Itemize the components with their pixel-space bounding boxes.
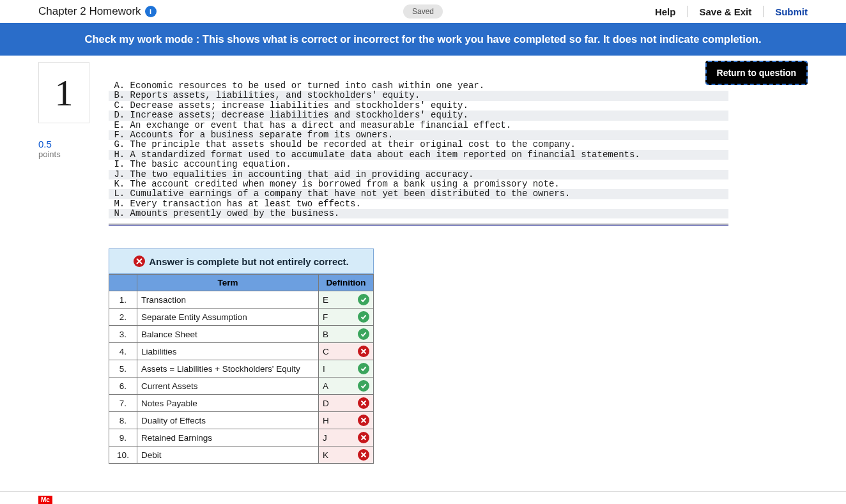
info-icon[interactable]: i xyxy=(145,6,157,17)
definition-row: A. Economic resources to be used or turn… xyxy=(109,81,728,91)
row-number: 2. xyxy=(109,309,137,326)
definition-letter: B xyxy=(323,330,328,339)
definition-row: K. The account credited when money is bo… xyxy=(109,179,728,189)
table-row: 4.LiabilitiesC xyxy=(109,343,374,360)
term-cell: Assets = Liabilities + Stockholders' Equ… xyxy=(137,360,319,378)
saved-badge: Saved xyxy=(403,4,443,19)
row-number: 4. xyxy=(109,343,137,360)
table-row: 6.Current AssetsA xyxy=(109,378,374,395)
row-number: 7. xyxy=(109,395,137,412)
cross-icon xyxy=(134,256,145,267)
check-icon xyxy=(358,328,369,340)
term-cell: Notes Payable xyxy=(137,395,319,412)
table-row: 2.Separate Entity AssumptionF xyxy=(109,309,374,326)
definition-cell[interactable]: C xyxy=(319,343,374,360)
points-label: points xyxy=(38,149,96,159)
definition-letter: K xyxy=(323,450,328,460)
row-number: 3. xyxy=(109,326,137,343)
definition-row: G. The principle that assets should be r… xyxy=(109,140,728,149)
definition-row: N. Amounts presently owed by the busines… xyxy=(109,209,728,218)
definition-cell[interactable]: A xyxy=(319,378,374,395)
table-row: 9.Retained EarningsJ xyxy=(109,429,374,447)
cross-icon xyxy=(358,346,369,357)
col-definition: Definition xyxy=(319,275,374,291)
answer-panel: Answer is complete but not entirely corr… xyxy=(109,248,374,464)
table-row: 3.Balance SheetB xyxy=(109,326,374,343)
header-bar: Chapter 2 Homework i Saved Help Save & E… xyxy=(0,0,846,23)
answer-table: Term Definition 1.TransactionE2.Separate… xyxy=(109,274,374,464)
definition-cell[interactable]: E xyxy=(319,291,374,309)
definition-letter: H xyxy=(323,416,329,425)
term-cell: Current Assets xyxy=(137,378,319,395)
table-row: 10.DebitK xyxy=(109,447,374,464)
submit-link[interactable]: Submit xyxy=(775,6,808,17)
definition-row: I. The basic accounting equation. xyxy=(109,160,728,169)
definition-letter: D xyxy=(323,399,329,408)
definition-cell[interactable]: J xyxy=(319,429,374,447)
cross-icon xyxy=(358,449,369,461)
definition-letter: I xyxy=(323,364,325,374)
term-cell: Duality of Effects xyxy=(137,412,319,429)
term-cell: Transaction xyxy=(137,291,319,309)
definition-row: D. Increase assets; decrease liabilities… xyxy=(109,111,728,120)
cross-icon xyxy=(358,415,369,426)
definition-letter: J xyxy=(323,433,327,443)
definition-cell[interactable]: I xyxy=(319,360,374,378)
definition-cell[interactable]: D xyxy=(319,395,374,412)
term-cell: Debit xyxy=(137,447,319,464)
term-cell: Balance Sheet xyxy=(137,326,319,343)
definition-list: A. Economic resources to be used or turn… xyxy=(109,81,728,218)
definition-row: J. The two equalities in accounting that… xyxy=(109,170,728,179)
definition-row: L. Cumulative earnings of a company that… xyxy=(109,189,728,199)
table-row: 1.TransactionE xyxy=(109,291,374,309)
col-blank xyxy=(109,275,137,291)
question-number-box: 1 xyxy=(38,62,89,123)
check-icon xyxy=(358,380,369,392)
check-icon xyxy=(358,311,369,323)
term-cell: Liabilities xyxy=(137,343,319,360)
definition-letter: A xyxy=(323,381,328,391)
row-number: 9. xyxy=(109,429,137,447)
divider xyxy=(687,6,688,17)
term-cell: Separate Entity Assumption xyxy=(137,309,319,326)
row-number: 8. xyxy=(109,412,137,429)
row-number: 6. xyxy=(109,378,137,395)
definition-row: H. A standardized format used to accumul… xyxy=(109,150,728,160)
table-row: 8.Duality of EffectsH xyxy=(109,412,374,429)
definition-cell[interactable]: K xyxy=(319,447,374,464)
cross-icon xyxy=(358,397,369,409)
cross-icon xyxy=(358,432,369,443)
definition-separator xyxy=(109,224,728,226)
definition-letter: E xyxy=(323,295,328,305)
definition-row: E. An exchange or event that has a direc… xyxy=(109,121,728,130)
help-link[interactable]: Help xyxy=(655,6,676,17)
check-icon xyxy=(358,294,369,305)
answer-status-text: Answer is complete but not entirely corr… xyxy=(149,256,349,267)
table-row: 7.Notes PayableD xyxy=(109,395,374,412)
divider xyxy=(763,6,764,17)
save-exit-link[interactable]: Save & Exit xyxy=(699,6,751,17)
definition-cell[interactable]: B xyxy=(319,326,374,343)
definition-cell[interactable]: H xyxy=(319,412,374,429)
definition-cell[interactable]: F xyxy=(319,309,374,326)
definition-row: M. Every transaction has at least two ef… xyxy=(109,199,728,209)
points-value: 0.5 xyxy=(38,139,96,149)
definition-letter: C xyxy=(323,347,329,356)
row-number: 1. xyxy=(109,291,137,309)
return-to-question-button[interactable]: Return to question xyxy=(705,61,808,85)
answer-status-header: Answer is complete but not entirely corr… xyxy=(109,248,374,274)
row-number: 5. xyxy=(109,360,137,378)
table-row: 5.Assets = Liabilities + Stockholders' E… xyxy=(109,360,374,378)
definition-letter: F xyxy=(323,312,328,322)
row-number: 10. xyxy=(109,447,137,464)
assignment-title: Chapter 2 Homework xyxy=(38,5,141,18)
check-icon xyxy=(358,363,369,374)
definition-row: B. Reports assets, liabilities, and stoc… xyxy=(109,91,728,100)
term-cell: Retained Earnings xyxy=(137,429,319,447)
col-term: Term xyxy=(137,275,319,291)
definition-row: F. Accounts for a business separate from… xyxy=(109,130,728,140)
check-work-banner: Check my work mode : This shows what is … xyxy=(0,23,846,56)
definition-row: C. Decrease assets; increase liabilities… xyxy=(109,101,728,111)
